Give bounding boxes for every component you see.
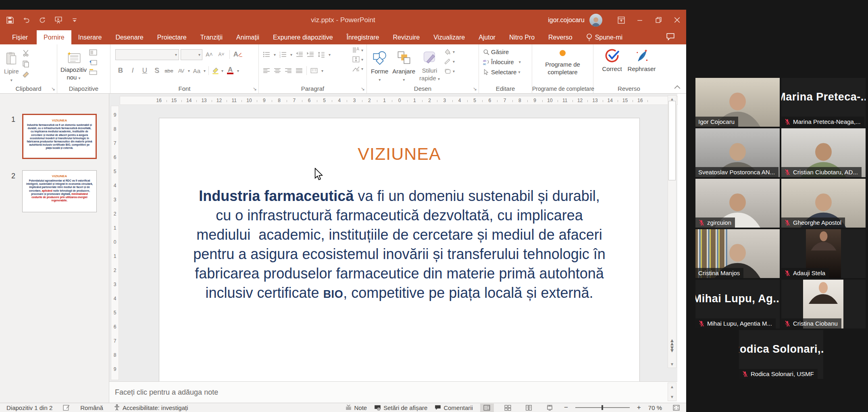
- collapse-ribbon-icon[interactable]: [674, 84, 681, 91]
- section-icon[interactable]: [89, 69, 97, 75]
- tab-fișier[interactable]: Fișier: [3, 30, 37, 44]
- notes-scroll-up-icon[interactable]: ▲: [668, 383, 676, 390]
- tab-proiectare[interactable]: Proiectare: [150, 30, 194, 44]
- tab-revizuire[interactable]: Revizuire: [386, 30, 427, 44]
- display-settings-button[interactable]: Setări de afișare: [374, 404, 427, 411]
- font-color-button[interactable]: A: [225, 65, 235, 76]
- comments-button[interactable]: Comentarii: [435, 404, 473, 411]
- feedback-comment-icon[interactable]: [666, 33, 675, 42]
- notes-scrollbar[interactable]: ▲ ▼: [668, 383, 676, 401]
- slide-body-text[interactable]: Industria farmaceutică va fi un domeniu …: [192, 186, 607, 304]
- ribbon-display-options-icon[interactable]: [612, 10, 631, 30]
- account-user-name[interactable]: igor.cojocaru: [548, 17, 585, 24]
- character-spacing-button[interactable]: AV: [176, 65, 186, 76]
- new-slide-button[interactable]: Diapozitivnou ▾: [60, 48, 87, 82]
- tab-reverso[interactable]: Reverso: [541, 30, 579, 44]
- account-avatar[interactable]: [589, 14, 602, 27]
- participant-tile-gheorghe-apostol[interactable]: Gheorghe Apostol: [781, 179, 866, 228]
- shape-effects-icon[interactable]: [444, 68, 451, 74]
- tab-vizualizare[interactable]: Vizualizare: [427, 30, 472, 44]
- shape-fill-icon[interactable]: [444, 48, 451, 55]
- reading-view-button[interactable]: [522, 404, 536, 412]
- participant-tile-cristina-ciobanu[interactable]: Cristina Ciobanu: [781, 280, 866, 328]
- shapes-button[interactable]: Forme▾: [371, 47, 388, 83]
- font-name-combobox[interactable]: ▾: [115, 49, 179, 60]
- participant-tile-rodica-solonari-usmf[interactable]: Rodica Solonari,...Rodica Solonari, USMF: [739, 330, 823, 379]
- scrollbar-thumb[interactable]: [668, 101, 676, 180]
- find-button[interactable]: Găsire: [483, 48, 532, 55]
- drawing-dialog-launcher-icon[interactable]: ↘: [473, 86, 477, 91]
- slide-canvas[interactable]: VIZIUNEA Industria farmaceutică va fi un…: [159, 118, 640, 387]
- tab-înregistrare[interactable]: Înregistrare: [340, 30, 386, 44]
- participant-tile-marina-preteca-neaga-[interactable]: Marina Preteca-...Marina Preteca-Neaga,.…: [781, 78, 866, 127]
- zoom-slider-thumb[interactable]: [602, 405, 603, 410]
- replace-button[interactable]: abac Înlocuire▾: [483, 59, 532, 65]
- close-button[interactable]: [668, 10, 686, 30]
- participant-tile-cristina-manjos[interactable]: Cristina Manjos: [695, 229, 780, 278]
- participant-tile-igor-cojocaru[interactable]: Igor Cojocaru: [695, 78, 780, 127]
- notes-scroll-down-icon[interactable]: ▼: [668, 393, 676, 400]
- select-button[interactable]: Selectare▾: [483, 69, 532, 75]
- reset-slide-icon[interactable]: [89, 59, 97, 65]
- participant-tile-cristian-ciubotaru-ad-[interactable]: Cristian Ciubotaru, AD...: [781, 128, 866, 177]
- clear-formatting-icon[interactable]: A: [233, 49, 243, 60]
- reverso-rephraser-button[interactable]: Rephraser: [628, 48, 656, 73]
- language-indicator[interactable]: Română: [80, 404, 103, 411]
- tab-desenare[interactable]: Desenare: [108, 30, 150, 44]
- fit-to-window-icon[interactable]: [669, 404, 683, 412]
- notes-placeholder[interactable]: Faceți clic pentru a adăuga note: [115, 388, 218, 397]
- normal-view-button[interactable]: [480, 404, 494, 412]
- reverso-correct-button[interactable]: Correct: [602, 48, 622, 73]
- tab-nitro-pro[interactable]: Nitro Pro: [502, 30, 541, 44]
- shape-outline-icon[interactable]: [444, 58, 451, 65]
- slide-thumbnail-2[interactable]: VIZIUNEAPotențialului agroalimentar al R…: [22, 170, 97, 212]
- slide-layout-icon[interactable]: [89, 49, 97, 56]
- slide-indicator[interactable]: Diapozitiv 1 din 2: [6, 404, 52, 411]
- increase-font-size-icon[interactable]: A˄: [204, 49, 214, 60]
- text-direction-icon[interactable]: A: [352, 47, 360, 53]
- tab-spune-mi[interactable]: Spune-mi: [579, 30, 629, 44]
- redo-icon[interactable]: [38, 16, 47, 25]
- slide-title[interactable]: VIZIUNEA: [159, 144, 639, 164]
- customize-qat-icon[interactable]: [70, 16, 79, 25]
- paragraph-dialog-launcher-icon[interactable]: ↘: [361, 86, 365, 91]
- slideshow-view-button[interactable]: [543, 404, 557, 412]
- zoom-out-icon[interactable]: −: [564, 404, 568, 412]
- notes-pane[interactable]: Faceți clic pentru a adăuga note ▲ ▼: [109, 381, 677, 403]
- undo-icon[interactable]: [22, 16, 31, 25]
- participant-tile-zgircuion[interactable]: zgircuion: [695, 179, 780, 228]
- decrease-indent-icon[interactable]: [296, 51, 303, 58]
- font-dialog-launcher-icon[interactable]: ↘: [253, 86, 257, 91]
- notes-toggle-button[interactable]: Note: [346, 404, 367, 411]
- zoom-level[interactable]: 70 %: [648, 404, 662, 411]
- editor-scrollbar[interactable]: ▲ ▼: [668, 95, 676, 368]
- bullets-icon[interactable]: [263, 51, 270, 58]
- next-slide-button[interactable]: ▼▼: [670, 346, 675, 353]
- quick-styles-button[interactable]: Stilurirapide ▾: [419, 47, 440, 83]
- italic-button[interactable]: I: [127, 65, 138, 76]
- decrease-font-size-icon[interactable]: A˅: [216, 49, 227, 60]
- zoom-slider[interactable]: [575, 407, 630, 408]
- participant-tile-adauji-stela[interactable]: Adauji Stela: [781, 229, 866, 278]
- font-size-combobox[interactable]: ▾: [181, 49, 202, 60]
- tab-tranziții[interactable]: Tranziții: [194, 30, 229, 44]
- align-left-icon[interactable]: [263, 68, 270, 73]
- increase-indent-icon[interactable]: [307, 51, 314, 58]
- clipboard-dialog-launcher-icon[interactable]: ↘: [51, 86, 55, 91]
- align-right-icon[interactable]: [285, 68, 292, 73]
- strikethrough-button[interactable]: abe: [164, 65, 174, 76]
- text-shadow-button[interactable]: S: [152, 65, 162, 76]
- format-painter-icon[interactable]: [22, 71, 29, 78]
- restore-button[interactable]: [649, 10, 668, 30]
- smartart-icon[interactable]: [352, 65, 360, 72]
- scroll-down-icon[interactable]: ▼: [668, 361, 676, 368]
- tab-animații[interactable]: Animații: [229, 30, 266, 44]
- accessibility-status[interactable]: Accesibilitate: investigați: [114, 404, 188, 411]
- minimize-button[interactable]: [631, 10, 649, 30]
- bold-button[interactable]: B: [115, 65, 126, 76]
- underline-button[interactable]: U: [139, 65, 150, 76]
- change-case-button[interactable]: Aa: [192, 65, 202, 76]
- save-icon[interactable]: [6, 16, 15, 25]
- paste-button[interactable]: Lipire ▾: [4, 48, 19, 83]
- arrange-button[interactable]: Aranjare▾: [392, 47, 415, 83]
